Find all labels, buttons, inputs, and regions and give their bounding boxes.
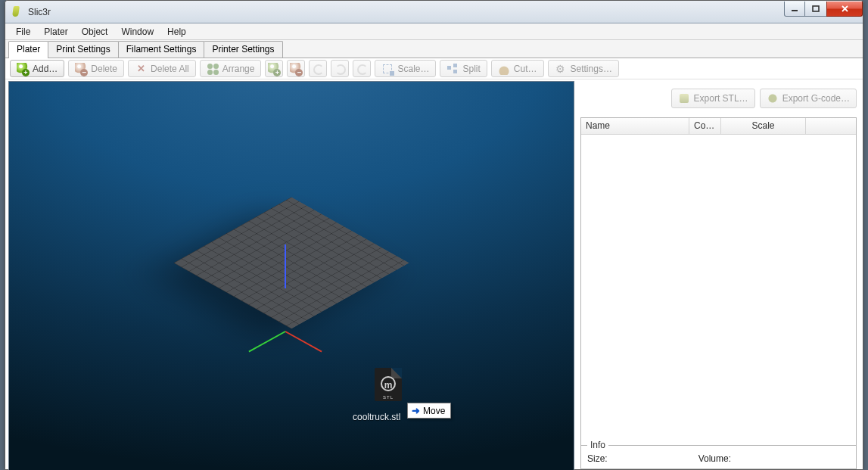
plater-toolbar: Add… Delete Delete All Arrange — [5, 58, 863, 79]
fewer-copies-button[interactable] — [287, 60, 305, 77]
tab-filament[interactable]: Filament Settings — [118, 41, 205, 58]
dragged-file-name: cooltruck.stl — [353, 412, 400, 422]
volume-label: Volume: — [698, 453, 731, 464]
col-spacer — [806, 118, 856, 134]
stl-file-glyph-icon: m — [381, 376, 396, 391]
move-arrow-icon: ➜ — [412, 405, 420, 416]
export-stl-button[interactable]: Export STL… — [671, 89, 755, 108]
tab-plater[interactable]: Plater — [8, 41, 48, 58]
dragged-file-icon[interactable]: m STL — [375, 368, 402, 401]
plus-icon — [268, 63, 280, 75]
menubar: File Plater Object Window Help — [5, 23, 863, 40]
axis-x — [285, 331, 322, 352]
delete-all-label: Delete All — [151, 64, 189, 74]
close-button[interactable] — [826, 2, 863, 17]
rotate-ccw-45-button[interactable] — [309, 60, 327, 77]
tab-print[interactable]: Print Settings — [48, 41, 118, 58]
col-name[interactable]: Name — [581, 118, 689, 134]
axis-y — [248, 331, 285, 352]
titlebar[interactable]: Slic3r — [5, 1, 863, 23]
rotate-cw-45-button[interactable] — [331, 60, 349, 77]
svg-rect-0 — [792, 10, 798, 11]
export-stl-icon — [678, 92, 690, 104]
menu-help[interactable]: Help — [161, 25, 192, 39]
scale-label: Scale… — [397, 64, 429, 74]
main-area: m STL cooltruck.stl ➜ Move Export STL… E… — [5, 79, 863, 469]
object-list-body[interactable] — [581, 135, 856, 445]
size-label: Size: — [587, 453, 608, 464]
split-label: Split — [462, 64, 480, 74]
maximize-button[interactable] — [804, 2, 827, 17]
slic3r-logo-icon — [11, 6, 23, 18]
delete-all-button[interactable]: Delete All — [128, 60, 196, 77]
settings-label: Settings… — [571, 64, 612, 74]
arrange-icon — [207, 63, 219, 75]
rotate-ccw-icon — [312, 63, 324, 75]
add-icon — [17, 63, 29, 75]
split-button[interactable]: Split — [440, 60, 487, 77]
minimize-button[interactable] — [784, 2, 805, 17]
app-window: Slic3r File Plater Object Window Help Pl… — [5, 0, 863, 470]
col-copies[interactable]: Cop… — [689, 118, 721, 134]
add-label: Add… — [33, 64, 58, 74]
delete-icon — [75, 63, 87, 75]
3d-viewport[interactable]: m STL cooltruck.stl ➜ Move — [8, 81, 574, 470]
stl-file-ext: STL — [375, 395, 402, 400]
minus-icon — [290, 63, 302, 75]
object-settings-button[interactable]: Settings… — [548, 60, 619, 77]
cut-label: Cut… — [514, 64, 537, 74]
window-controls — [785, 2, 863, 17]
export-gcode-icon — [767, 92, 779, 104]
info-title: Info — [587, 440, 608, 450]
menu-window[interactable]: Window — [115, 25, 160, 39]
menu-object[interactable]: Object — [76, 25, 114, 39]
rotate-cw-icon — [334, 63, 346, 75]
tab-row: Plater Print Settings Filament Settings … — [5, 40, 863, 58]
delete-label: Delete — [91, 64, 117, 74]
rotate-button[interactable] — [353, 60, 371, 77]
menu-plater[interactable]: Plater — [38, 25, 73, 39]
scale-button[interactable]: Scale… — [375, 60, 436, 77]
col-scale[interactable]: Scale — [721, 118, 806, 134]
scale-icon — [381, 63, 394, 75]
export-gcode-button[interactable]: Export G-code… — [760, 89, 857, 108]
window-title: Slic3r — [28, 7, 51, 17]
object-list-header: Name Cop… Scale — [581, 118, 856, 135]
svg-rect-1 — [813, 6, 819, 11]
side-panel: Export STL… Export G-code… Name Cop… Sca… — [574, 79, 863, 469]
tab-printer[interactable]: Printer Settings — [204, 41, 282, 58]
info-box: Info Size: Volume: — [580, 446, 857, 469]
drag-tooltip-text: Move — [423, 406, 445, 416]
rotate-icon — [356, 63, 368, 75]
more-copies-button[interactable] — [265, 60, 283, 77]
menu-file[interactable]: File — [10, 25, 36, 39]
add-button[interactable]: Add… — [10, 60, 64, 77]
build-plate — [173, 197, 409, 328]
split-icon — [446, 63, 459, 75]
arrange-button[interactable]: Arrange — [200, 60, 262, 77]
cut-icon — [498, 63, 510, 75]
drag-cursor-tooltip: ➜ Move — [407, 403, 451, 419]
arrange-label: Arrange — [222, 64, 255, 74]
export-row: Export STL… Export G-code… — [580, 82, 857, 117]
delete-button[interactable]: Delete — [68, 60, 124, 77]
export-gcode-label: Export G-code… — [782, 93, 850, 104]
gear-icon — [555, 63, 567, 75]
cut-button[interactable]: Cut… — [491, 60, 544, 77]
object-list[interactable]: Name Cop… Scale — [580, 117, 857, 446]
delete-all-icon — [135, 63, 147, 75]
export-stl-label: Export STL… — [694, 93, 748, 104]
axis-z — [285, 244, 286, 288]
